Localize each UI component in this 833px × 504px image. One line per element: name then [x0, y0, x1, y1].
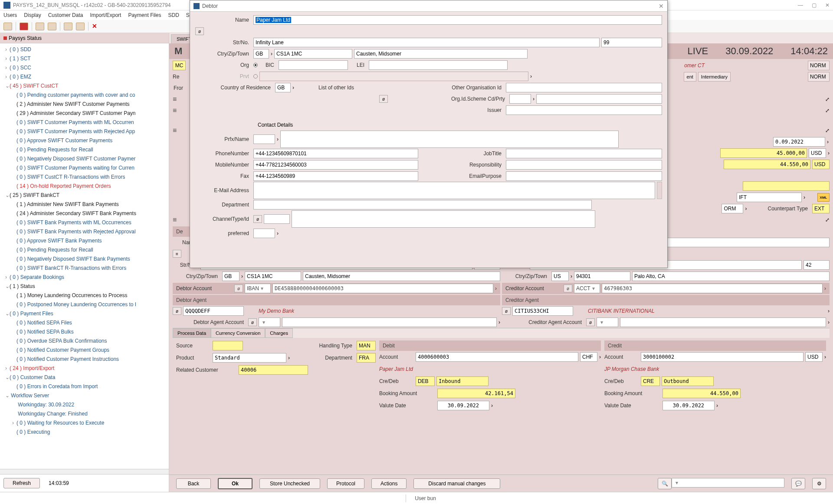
modal-street-input[interactable]: Infinity Lane	[253, 38, 600, 47]
tree-item[interactable]: ( 0 ) SWIFT Customer Payments with Rejec…	[2, 127, 169, 136]
modal-email-input[interactable]	[253, 182, 655, 199]
hamburger-icon[interactable]	[173, 110, 180, 112]
tree-item[interactable]: ( 29 ) Administer Secondary SWIFT Custom…	[2, 109, 169, 118]
creditor-agent-bic[interactable]: CITIUS33CHI	[512, 306, 573, 316]
amount-1[interactable]: 45.000,00	[720, 148, 807, 158]
creditor-country[interactable]: US	[551, 272, 569, 281]
menu-customer-data[interactable]: Customer Data	[48, 12, 83, 18]
tree-item[interactable]: ( 0 ) Notified SEPA Bulks	[2, 327, 169, 337]
modal-dept-input[interactable]	[253, 200, 592, 209]
debtor-agent-acct[interactable]	[282, 317, 497, 327]
expand-icon[interactable]: ⤢	[825, 128, 830, 134]
close-button[interactable]: ✕	[825, 2, 830, 8]
tree-item[interactable]: ›( 0 ) Waiting for Resources to Execute	[2, 419, 169, 428]
modal-prfx-input[interactable]	[253, 134, 275, 144]
intermediary-pill[interactable]: Intermediary	[698, 72, 731, 82]
modal-close-icon[interactable]: ✕	[659, 3, 664, 10]
modal-prfx-name-input[interactable]	[280, 131, 619, 148]
tree-item[interactable]: ›( 0 ) Separate Bookings	[2, 273, 169, 282]
toolbar-btn-6[interactable]	[76, 23, 85, 30]
debtor-country[interactable]: GB	[222, 272, 239, 281]
discard-button[interactable]: Discard manual changes	[413, 478, 500, 489]
tree-item[interactable]: ( 0 ) Pending Requests for Recall	[2, 245, 169, 255]
tree-item[interactable]: ⌄( 1 ) Status	[2, 282, 169, 291]
expand-icon[interactable]: ⤢	[825, 108, 830, 114]
creditor-zip[interactable]: 94301	[574, 272, 630, 281]
tree-item[interactable]: ( 0 ) SWIFT Customer Payments with ML Oc…	[2, 118, 169, 127]
modal-street-no-input[interactable]: 99	[601, 38, 662, 47]
toolbar-btn-3[interactable]	[36, 23, 44, 30]
chat-icon[interactable]: 💬	[791, 478, 805, 489]
scrollbar-vertical[interactable]	[657, 182, 662, 199]
credit-valute-date[interactable]: 30.09.2022	[662, 401, 715, 410]
ccy-1[interactable]: USD	[809, 148, 826, 158]
search-icon[interactable]: 🔍	[658, 478, 672, 489]
prvt-radio[interactable]	[253, 74, 258, 79]
tree-item[interactable]: ( 0 ) Approve SWIFT Customer Payments	[2, 136, 169, 145]
tree-item[interactable]: ( 0 ) Errors in Coredata from Import	[2, 382, 169, 391]
tree-item[interactable]: ( 0 ) Pending Requests for Recall	[2, 145, 169, 154]
null-icon[interactable]: ø	[173, 307, 181, 315]
pdf-icon[interactable]	[20, 23, 28, 30]
tree-item[interactable]: Workingday: 30.09.2022	[2, 400, 169, 409]
tree-item[interactable]: ( 0 ) SWIFT Bank Payments with Rejected …	[2, 227, 169, 236]
menu-display[interactable]: Display	[24, 12, 41, 18]
delete-icon[interactable]: ✕	[92, 23, 101, 30]
tree-item[interactable]: ⌄( 25 ) SWIFT BankCT	[2, 191, 169, 200]
tree-item[interactable]: ( 2 ) Administer New SWIFT Customer Paym…	[2, 100, 169, 109]
expand-icon[interactable]: ⤢	[825, 217, 830, 223]
creditor-acct[interactable]: 467986303	[602, 284, 823, 293]
source-field[interactable]	[213, 341, 243, 350]
date-field[interactable]: 0.09.2022	[773, 137, 825, 147]
actions-button[interactable]: Actions	[371, 478, 407, 489]
modal-phone-input[interactable]: +44-12345609870101	[253, 149, 418, 158]
modal-lei-input[interactable]	[369, 60, 508, 70]
tree-item[interactable]: ⌄ Workflow Server	[2, 391, 169, 400]
tree-item[interactable]: ⌄( 0 ) Payment Files	[2, 309, 169, 318]
modal-zip-input[interactable]: CS1A 1MC	[274, 49, 352, 59]
menu-sdd[interactable]: SDD	[168, 12, 179, 18]
credit-account[interactable]: 3000100002	[641, 352, 803, 362]
null-icon[interactable]: ø	[195, 27, 204, 35]
debtor-iban[interactable]: DE45888000004000600003	[272, 284, 493, 293]
ift-field[interactable]: IFT	[737, 193, 802, 202]
tree-item[interactable]: ( 0 ) SWIFT Bank Payments with ML Occurr…	[2, 218, 169, 227]
expand-icon[interactable]: ⤢	[825, 96, 830, 102]
modal-scheme-cd[interactable]	[509, 94, 531, 104]
null-icon[interactable]: ø	[248, 318, 257, 326]
modal-issuer-input[interactable]	[506, 105, 662, 115]
tree-item[interactable]: ⌄( 45 ) SWIFT CustCT	[2, 82, 169, 91]
tree-item[interactable]: ( 0 ) Notified Customer Payment Groups	[2, 346, 169, 355]
tree-item[interactable]: ( 0 ) SWIFT BankCT R-Transactions with E…	[2, 264, 169, 273]
tree-item[interactable]: ›( 0 ) EMZ	[2, 72, 169, 82]
sidebar-tab[interactable]: Paysys Status	[0, 33, 169, 43]
modal-town-input[interactable]: Causten, Midsomer	[354, 49, 528, 59]
tree-item[interactable]: ( 0 ) Negatively Disposed SWIFT Bank Pay…	[2, 255, 169, 264]
tree-item[interactable]: ( 1 ) Money Laundering Occurrences to Pr…	[2, 291, 169, 300]
modal-cor-input[interactable]: GB	[275, 83, 291, 92]
toolbar-btn-1[interactable]	[3, 23, 12, 30]
modal-country-input[interactable]: GB	[253, 49, 269, 59]
null-icon[interactable]: ø	[379, 95, 388, 103]
modal-mobile-input[interactable]: +44-77821234560003	[253, 160, 418, 170]
creditor-agent-acct[interactable]	[620, 317, 826, 327]
modal-scheme-prty[interactable]	[536, 94, 662, 104]
modal-chan-id[interactable]	[292, 210, 595, 228]
tree-item[interactable]: ›( 1 ) SCT	[2, 54, 169, 63]
tree-item[interactable]: ( 14 ) On-hold Reported Payment Orders	[2, 182, 169, 191]
ok-button[interactable]: Ok	[218, 478, 253, 489]
hamburger-icon[interactable]	[173, 98, 180, 101]
null-icon[interactable]: ø	[502, 307, 511, 315]
tree-item[interactable]: ( 1 ) Administer New SWIFT Bank Payments	[2, 200, 169, 209]
hamburger-icon[interactable]	[173, 219, 180, 221]
toolbar-btn-5[interactable]	[64, 23, 72, 30]
menu-users[interactable]: Users	[3, 12, 17, 18]
debtor-options-icon[interactable]: ≡	[173, 250, 181, 258]
creditor-street-no[interactable]: 42	[803, 260, 830, 270]
tab-charges[interactable]: Charges	[265, 328, 293, 338]
tree-item[interactable]: ( 0 ) Executing	[2, 428, 169, 437]
tree-item[interactable]: ( 0 ) Negatively Disposed SWIFT Customer…	[2, 154, 169, 164]
tree-item[interactable]: ›( 24 ) Import/Export	[2, 364, 169, 373]
creditor-town[interactable]: Palo Alto, CA	[632, 272, 830, 281]
tree-item[interactable]: ( 0 ) SWIFT CustCT R-Transactions with E…	[2, 173, 169, 182]
